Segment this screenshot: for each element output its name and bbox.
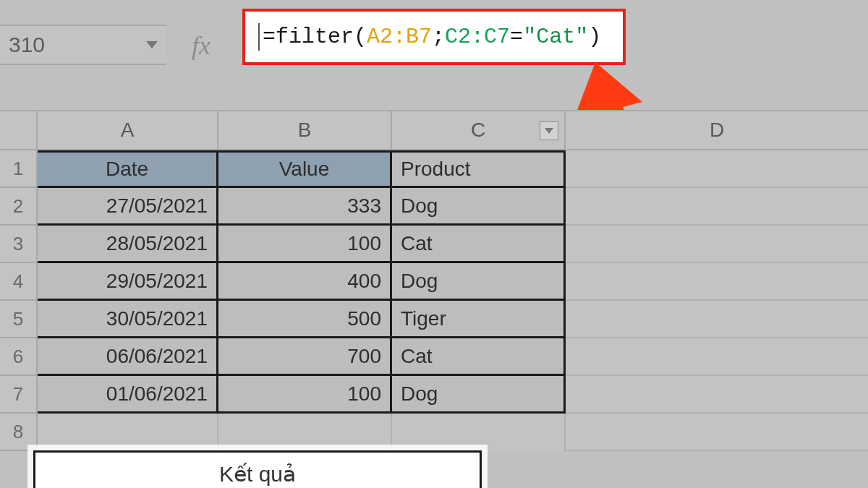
empty-cell[interactable] (566, 226, 868, 263)
cell-B1[interactable]: Value (218, 150, 392, 188)
formula-ref1: A2:B7 (367, 25, 432, 49)
column-header-D[interactable]: D (566, 111, 868, 149)
formula-prefix: = (263, 25, 276, 49)
formula-bar[interactable]: =filter(A2:B7;C2:C7="Cat") (242, 9, 626, 65)
cell-A2[interactable]: 27/05/2021 (38, 188, 218, 226)
formula-ref2: C2:C7 (445, 25, 510, 49)
formula-open: ( (354, 25, 367, 49)
cell-B3[interactable]: 100 (218, 226, 392, 263)
select-all-corner[interactable] (0, 111, 38, 149)
cell-A4[interactable]: 29/05/2021 (38, 263, 218, 301)
row-number[interactable]: 1 (0, 150, 38, 188)
cell-A6[interactable]: 06/06/2021 (38, 338, 218, 376)
cell-C1[interactable]: Product (392, 150, 566, 188)
table-row: 8 (0, 414, 868, 451)
results-label: Kết quả (219, 461, 296, 487)
table-row: 7 01/06/2021 100 Dog (0, 376, 868, 414)
formula-eq: = (510, 25, 523, 49)
empty-cell[interactable] (566, 301, 868, 338)
column-header-C[interactable]: C (392, 111, 566, 149)
empty-cell[interactable] (566, 263, 868, 301)
name-box[interactable]: 310 (0, 25, 166, 65)
cell-A5[interactable]: 30/05/2021 (38, 301, 218, 338)
name-box-dropdown-icon[interactable] (146, 41, 158, 48)
cell-B4[interactable]: 400 (218, 263, 392, 301)
table-row: 2 27/05/2021 333 Dog (0, 188, 868, 226)
column-header-A[interactable]: A (38, 111, 218, 149)
empty-cell[interactable] (566, 338, 868, 376)
empty-cell[interactable] (566, 414, 868, 451)
row-number[interactable]: 3 (0, 226, 38, 263)
row-number[interactable]: 4 (0, 263, 38, 301)
column-headers-row: A B C D (0, 110, 868, 150)
fx-label: fx (192, 30, 210, 61)
cell-A7[interactable]: 01/06/2021 (38, 376, 218, 414)
cell-B6[interactable]: 700 (218, 338, 392, 376)
empty-cell[interactable] (566, 376, 868, 414)
cell-B5[interactable]: 500 (218, 301, 392, 338)
table-row: 5 30/05/2021 500 Tiger (0, 301, 868, 338)
table-row: 3 28/05/2021 100 Cat (0, 226, 868, 263)
table-row: 4 29/05/2021 400 Dog (0, 263, 868, 301)
cell-C5[interactable]: Tiger (392, 301, 566, 338)
cell-A1[interactable]: Date (38, 150, 218, 188)
row-number[interactable]: 5 (0, 301, 38, 338)
row-number[interactable]: 2 (0, 188, 38, 226)
sheet-rows: 1 Date Value Product 2 27/05/2021 333 Do… (0, 150, 868, 451)
cell-C7[interactable]: Dog (392, 376, 566, 414)
cell-C6[interactable]: Cat (392, 338, 566, 376)
formula-sep: ; (432, 25, 445, 49)
name-box-value: 310 (9, 33, 45, 57)
cell-C4[interactable]: Dog (392, 263, 566, 301)
row-number[interactable]: 6 (0, 338, 38, 376)
empty-cell[interactable] (566, 188, 868, 226)
results-header-cell[interactable]: Kết quả (33, 450, 482, 488)
table-row: 1 Date Value Product (0, 150, 868, 188)
empty-cell[interactable] (566, 150, 868, 188)
row-number[interactable]: 8 (0, 414, 38, 451)
cell-B7[interactable]: 100 (218, 376, 392, 414)
cell-B2[interactable]: 333 (218, 188, 392, 226)
cell-C3[interactable]: Cat (392, 226, 566, 263)
formula-string: "Cat" (523, 25, 588, 49)
formula-close: ) (588, 25, 601, 49)
cell-A8[interactable] (38, 414, 218, 451)
column-header-B[interactable]: B (218, 111, 392, 149)
table-row: 6 06/06/2021 700 Cat (0, 338, 868, 376)
cell-B8[interactable] (218, 414, 392, 451)
formula-func: filter (276, 25, 354, 49)
cell-A3[interactable]: 28/05/2021 (38, 226, 218, 263)
cell-C2[interactable]: Dog (392, 188, 566, 226)
text-cursor (258, 23, 260, 51)
spreadsheet-grid[interactable]: A B C D 1 Date Value Product 2 27/05/202… (0, 110, 868, 451)
chevron-down-icon (545, 128, 553, 134)
row-number[interactable]: 7 (0, 376, 38, 414)
filter-dropdown-button[interactable] (540, 121, 558, 140)
cell-C8[interactable] (392, 414, 566, 451)
